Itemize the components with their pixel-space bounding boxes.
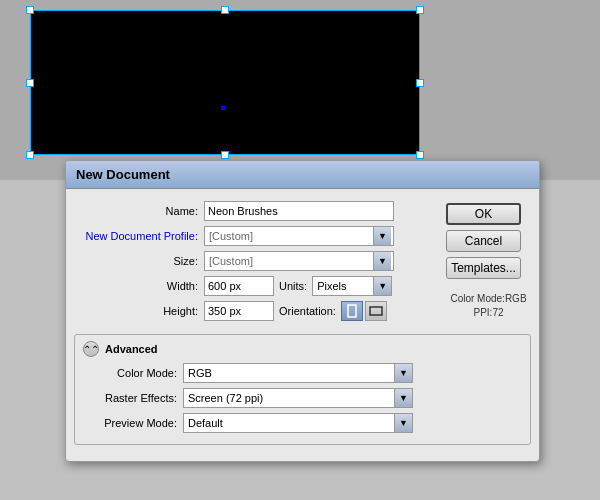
templates-button[interactable]: Templates... [446, 257, 521, 279]
handle-ml[interactable] [26, 79, 34, 87]
size-row: Size: [Custom] ▼ [74, 251, 438, 271]
units-value: Pixels [313, 280, 373, 292]
size-value: [Custom] [207, 255, 373, 267]
raster-effects-arrow[interactable]: ▼ [394, 389, 412, 407]
handle-br[interactable] [416, 151, 424, 159]
canvas-area [0, 0, 600, 180]
color-mode-value: RGB [184, 367, 394, 379]
raster-effects-value: Screen (72 ppi) [184, 392, 394, 404]
color-mode-info: Color Mode:RGBPPI:72 [446, 292, 531, 320]
preview-mode-label: Preview Mode: [83, 417, 183, 429]
width-row: Width: Units: Pixels ▼ [74, 276, 438, 296]
height-input[interactable] [204, 301, 274, 321]
dialog-body: Name: New Document Profile: [Custom] ▼ S… [66, 197, 539, 330]
units-dropdown-arrow[interactable]: ▼ [373, 277, 391, 295]
raster-effects-row: Raster Effects: Screen (72 ppi) ▼ [83, 388, 522, 408]
size-dropdown-arrow[interactable]: ▼ [373, 252, 391, 270]
name-label: Name: [74, 205, 204, 217]
width-label: Width: [74, 280, 204, 292]
handle-bl[interactable] [26, 151, 34, 159]
height-row: Height: Orientation: [74, 301, 438, 321]
orientation-label: Orientation: [274, 305, 341, 317]
handle-tr[interactable] [416, 6, 424, 14]
right-panel: OK Cancel Templates... Color Mode:RGBPPI… [446, 201, 531, 326]
profile-value: [Custom] [207, 230, 373, 242]
handle-mr[interactable] [416, 79, 424, 87]
color-mode-row: Color Mode: RGB ▼ [83, 363, 522, 383]
units-label: Units: [274, 280, 312, 292]
landscape-button[interactable] [365, 301, 387, 321]
name-row: Name: [74, 201, 438, 221]
ok-button[interactable]: OK [446, 203, 521, 225]
width-input[interactable] [204, 276, 274, 296]
preview-mode-value: Default [184, 417, 394, 429]
units-dropdown[interactable]: Pixels ▼ [312, 276, 392, 296]
cancel-button[interactable]: Cancel [446, 230, 521, 252]
profile-label: New Document Profile: [74, 230, 204, 242]
advanced-header: ⌃⌃ Advanced [83, 341, 522, 357]
portrait-button[interactable] [341, 301, 363, 321]
size-dropdown[interactable]: [Custom] ▼ [204, 251, 394, 271]
color-mode-dropdown[interactable]: RGB ▼ [183, 363, 413, 383]
profile-dropdown-arrow[interactable]: ▼ [373, 227, 391, 245]
document-canvas [30, 10, 420, 155]
height-label: Height: [74, 305, 204, 317]
dialog-title: New Document [66, 161, 539, 189]
advanced-title: Advanced [105, 343, 158, 355]
preview-mode-dropdown[interactable]: Default ▼ [183, 413, 413, 433]
left-panel: Name: New Document Profile: [Custom] ▼ S… [74, 201, 446, 326]
handle-bm[interactable] [221, 151, 229, 159]
name-input[interactable] [204, 201, 394, 221]
profile-dropdown[interactable]: [Custom] ▼ [204, 226, 394, 246]
handle-tl[interactable] [26, 6, 34, 14]
advanced-section: ⌃⌃ Advanced Color Mode: RGB ▼ Raster Eff… [74, 334, 531, 445]
handle-tm[interactable] [221, 6, 229, 14]
svg-rect-1 [370, 307, 382, 315]
center-dot [221, 106, 225, 110]
collapse-button[interactable]: ⌃⌃ [83, 341, 99, 357]
raster-effects-label: Raster Effects: [83, 392, 183, 404]
color-mode-label: Color Mode: [83, 367, 183, 379]
raster-effects-dropdown[interactable]: Screen (72 ppi) ▼ [183, 388, 413, 408]
profile-row: New Document Profile: [Custom] ▼ [74, 226, 438, 246]
size-label: Size: [74, 255, 204, 267]
preview-mode-row: Preview Mode: Default ▼ [83, 413, 522, 433]
preview-mode-arrow[interactable]: ▼ [394, 414, 412, 432]
new-document-dialog: New Document Name: New Document Profile:… [65, 160, 540, 462]
color-mode-arrow[interactable]: ▼ [394, 364, 412, 382]
svg-rect-0 [348, 305, 356, 317]
